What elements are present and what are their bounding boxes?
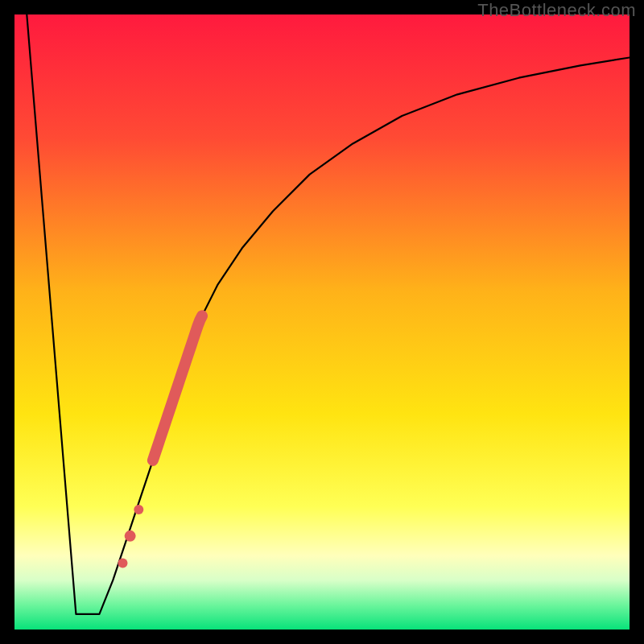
plot-area (14, 14, 630, 630)
highlight-dot (134, 505, 143, 514)
highlight-dot (125, 530, 136, 542)
chart-frame: TheBottleneck.com (0, 0, 644, 644)
watermark-label: TheBottleneck.com (477, 0, 636, 21)
highlight-dot (118, 558, 127, 568)
gradient-background (14, 14, 630, 630)
chart-svg (14, 14, 630, 630)
